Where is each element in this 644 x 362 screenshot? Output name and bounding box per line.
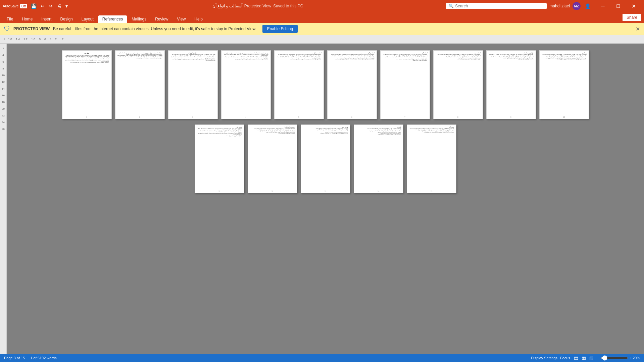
page-content-7: آسفالت گرم آسفالت گرم (HMA) در دمای ۱۵۰ … — [381, 51, 430, 116]
tab-home[interactable]: Home — [18, 15, 37, 23]
page-num-13: 13 — [301, 190, 350, 193]
page-content-14: واژه‌نامه آسفالت: مخلوطی از قیر و سنگدان… — [354, 125, 403, 190]
tab-insert[interactable]: Insert — [37, 15, 55, 23]
page-content-5: آسفالت متخلخل آسفالت متخلخل یا آسفالت زه… — [275, 51, 324, 116]
page-num-2: 2 — [115, 116, 164, 119]
user-avatar[interactable]: MZ — [573, 2, 581, 10]
page-num-6: 6 — [328, 116, 377, 119]
page-thumb-6[interactable]: آسفالت رنگی آسفالت رنگی نوع خاصی از آسفا… — [327, 50, 377, 119]
shield-icon: 🛡 — [4, 25, 10, 33]
page-info: Page 3 of 15 — [4, 356, 25, 360]
close-button[interactable]: ✕ — [626, 0, 641, 12]
page-thumb-4[interactable]: خواص فیزیکی و مکانیکی آسفالت تعیین‌کننده… — [221, 50, 271, 119]
page-content-11: ضمیمه الف آسفالت در ایران از دهه ۱۳۳۰ به… — [195, 125, 244, 190]
profile-icon[interactable]: 👤 — [583, 3, 592, 9]
main-area: 2 4 6 8 10 12 14 16 18 20 22 24 26 فصل ا… — [0, 44, 644, 354]
status-right: Display Settings Focus ▤ ▦ ▨ − + 20% — [531, 355, 640, 361]
ruler-num-24: 24 — [2, 119, 5, 125]
page-num-15: 15 — [407, 190, 456, 193]
autosave-toggle[interactable]: Off — [20, 4, 27, 8]
zoom-controls: − + 20% — [597, 355, 640, 361]
page-thumb-12[interactable]: ضمیمه ب: استانداردها استانداردهای بین‌ال… — [248, 124, 297, 193]
search-box[interactable]: 🔍 — [446, 3, 547, 9]
minimize-button[interactable]: ─ — [595, 0, 610, 12]
page-thumb-10[interactable]: نتیجه‌گیری آسفالت به عنوان یکی از مهم‌تر… — [539, 50, 589, 119]
page-thumb-15[interactable]: صفحه آخر این پایان‌نامه با هدف بررسی جام… — [407, 124, 456, 193]
redo-icon[interactable]: ↪ — [47, 3, 54, 9]
ruler-num-10: 10 — [2, 72, 5, 79]
customize-icon[interactable]: ▾ — [64, 3, 69, 9]
page-num-7: 7 — [381, 116, 430, 119]
ruler: ⊢ 18 14 12 10 8 6 4 2 2 — [0, 35, 644, 44]
tab-view[interactable]: View — [173, 15, 190, 23]
zoom-level: 20% — [633, 356, 640, 360]
tab-help[interactable]: Help — [190, 15, 207, 23]
page-num-10: 10 — [540, 116, 589, 119]
page-content-1: فصل اول آسفالت یکی از مواد مهم در صنعت ر… — [62, 51, 111, 116]
page-thumb-14[interactable]: واژه‌نامه آسفالت: مخلوطی از قیر و سنگدان… — [354, 124, 403, 193]
search-icon: 🔍 — [449, 4, 454, 8]
page-thumb-8[interactable]: آسفالت سرد آسفالت سرد در دمای محیط اجرا … — [433, 50, 483, 119]
zoom-out-button[interactable]: − — [597, 356, 599, 360]
search-input[interactable] — [455, 4, 544, 8]
print-icon[interactable]: 🖨 — [55, 3, 63, 9]
page-content-12: ضمیمه ب: استانداردها استانداردهای بین‌ال… — [248, 125, 297, 190]
page-content-4: خواص فیزیکی و مکانیکی آسفالت تعیین‌کننده… — [221, 51, 270, 116]
focus-button[interactable]: Focus — [560, 356, 570, 360]
web-layout-icon[interactable]: ▦ — [581, 355, 587, 361]
ruler-num-12: 12 — [2, 79, 5, 85]
page-thumb-7[interactable]: آسفالت گرم آسفالت گرم (HMA) در دمای ۱۵۰ … — [380, 50, 430, 119]
ribbon-tabs: File Home Insert Design Layout Reference… — [0, 12, 644, 23]
close-bar-icon[interactable]: ✕ — [636, 26, 640, 32]
zoom-slider[interactable] — [601, 355, 628, 361]
ruler-num-20: 20 — [2, 105, 5, 112]
window-controls: ─ □ ✕ — [595, 0, 641, 12]
tab-file[interactable]: File — [3, 15, 17, 23]
tab-design[interactable]: Design — [56, 15, 77, 23]
left-ruler: 2 4 6 8 10 12 14 16 18 20 22 24 26 — [0, 44, 7, 354]
doc-name: آسفالت و انواع آن — [212, 4, 242, 8]
protected-view-label: Protected View — [244, 4, 271, 8]
ruler-num-4: 4 — [2, 52, 4, 58]
ruler-numbers: 18 14 12 10 8 6 4 2 2 — [8, 38, 64, 41]
save-icon[interactable]: 💾 — [29, 3, 38, 9]
user-name: mahdi ziaei — [549, 4, 570, 8]
tab-mailings[interactable]: Mailings — [128, 15, 150, 23]
read-mode-icon[interactable]: ▨ — [588, 355, 595, 361]
title-bar-icons: 💾 ↩ ↪ 🖨 ▾ — [29, 3, 69, 9]
undo-icon[interactable]: ↩ — [39, 3, 46, 9]
autosave-text: AutoSave — [3, 4, 19, 8]
page-thumb-13[interactable]: فهرست منابع ۱. نجفی، محمد (۱۳۹۵). راهنما… — [301, 124, 350, 193]
page-thumb-11[interactable]: ضمیمه الف آسفالت در ایران از دهه ۱۳۳۰ به… — [195, 124, 244, 193]
ruler-num-8: 8 — [2, 65, 4, 72]
maximize-button[interactable]: □ — [610, 0, 626, 12]
autosave-label: AutoSave Off — [3, 4, 27, 8]
document-area: فصل اول آسفالت یکی از مواد مهم در صنعت ر… — [7, 44, 644, 354]
ruler-num-6: 6 — [2, 58, 4, 65]
enable-editing-button[interactable]: Enable Editing — [262, 25, 298, 33]
zoom-in-button[interactable]: + — [629, 356, 631, 360]
page-thumb-1[interactable]: فصل اول آسفالت یکی از مواد مهم در صنعت ر… — [62, 50, 112, 119]
page-thumb-9[interactable]: نگهداری و تعمیر آسفالت نگهداری منظم آسفا… — [486, 50, 536, 119]
ruler-num-18: 18 — [2, 99, 5, 105]
protected-bar: 🛡 PROTECTED VIEW Be careful—files from t… — [0, 23, 644, 35]
page-thumb-2[interactable]: انواع آسفالت بر اساس ترکیبات و روش تولید… — [115, 50, 165, 119]
page-num-4: 4 — [221, 116, 270, 119]
tab-layout[interactable]: Layout — [78, 15, 98, 23]
page-num-5: 5 — [275, 116, 324, 119]
ruler-num-14: 14 — [2, 85, 5, 92]
protected-title: PROTECTED VIEW — [13, 27, 50, 31]
page-content-2: انواع آسفالت بر اساس ترکیبات و روش تولید… — [115, 51, 164, 116]
title-bar-center: آسفالت و انواع آن Protected View Saved t… — [72, 4, 443, 8]
print-layout-icon[interactable]: ▤ — [573, 355, 579, 361]
display-settings[interactable]: Display Settings — [531, 356, 557, 360]
share-button[interactable]: Share — [623, 14, 641, 21]
ruler-num-26: 26 — [2, 125, 5, 132]
page-content-9: نگهداری و تعمیر آسفالت نگهداری منظم آسفا… — [487, 51, 536, 116]
tab-references[interactable]: References — [98, 15, 127, 23]
page-thumb-5[interactable]: آسفالت متخلخل آسفالت متخلخل یا آسفالت زه… — [274, 50, 324, 119]
page-num-3: 3 — [168, 116, 217, 119]
page-num-9: 9 — [487, 116, 536, 119]
page-thumb-3[interactable]: فصل دوم: انواع قیر قیر به عنوان ماده اصل… — [168, 50, 218, 119]
tab-review[interactable]: Review — [151, 15, 172, 23]
